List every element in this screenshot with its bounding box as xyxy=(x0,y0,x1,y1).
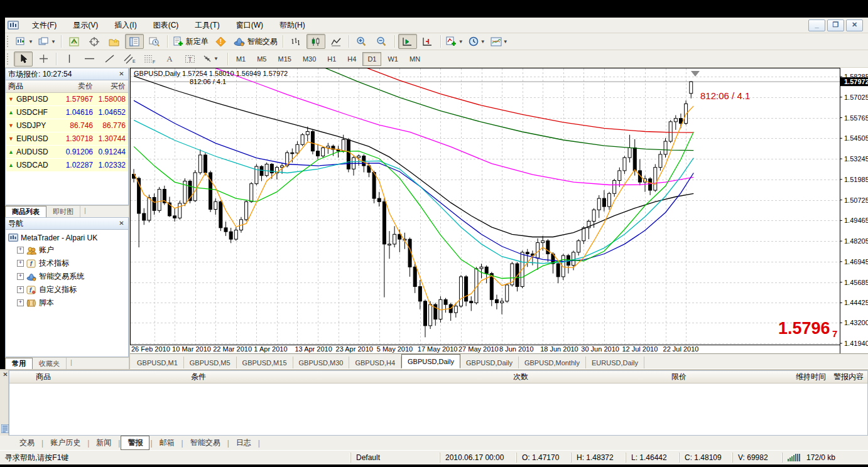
market-watch-column-0[interactable]: 商品 xyxy=(6,81,61,92)
market-watch-row-usdchf[interactable]: ▲USDCHF1.046161.04652 xyxy=(6,106,128,119)
market-watch-row-eurusd[interactable]: ▼EURUSD1.307181.30744 xyxy=(6,132,128,146)
strategy-tester-button[interactable] xyxy=(145,34,164,49)
equidistant-channel-button[interactable]: E xyxy=(120,51,139,67)
market-watch-row-usdcad[interactable]: ▲USDCAD1.022871.02332 xyxy=(6,159,128,172)
chart-tab-4[interactable]: GBPUSD,H4 xyxy=(349,357,401,368)
periods-button[interactable]: ▼ xyxy=(467,34,487,49)
navigator-item-0[interactable]: +账户 xyxy=(8,244,128,257)
expand-plus-icon[interactable]: + xyxy=(17,247,24,254)
restore-button[interactable]: ❐ xyxy=(827,19,844,31)
alerts-column-5[interactable]: 警报内容 xyxy=(830,372,867,382)
expert-advisors-button[interactable]: 智能交易 xyxy=(232,34,279,49)
chart-tab-0[interactable]: GBPUSD,M1 xyxy=(131,357,184,368)
zoom-in-button[interactable] xyxy=(352,34,371,49)
chart-tab-8[interactable]: EURUSD,Daily xyxy=(586,357,644,368)
templates-button[interactable]: ▼ xyxy=(489,34,510,49)
profiles-button[interactable]: ▼ xyxy=(36,34,58,49)
timeframe-button-mn[interactable]: MN xyxy=(404,52,425,66)
status-profile[interactable]: Default xyxy=(350,453,440,463)
market-watch-row-audusd[interactable]: ▲AUDUSD0.912060.91244 xyxy=(6,146,128,159)
zoom-out-button[interactable] xyxy=(372,34,391,49)
timeframe-button-h4[interactable]: H4 xyxy=(342,52,361,66)
chart-tab-7[interactable]: GBPUSD,Monthly xyxy=(519,357,586,368)
terminal-toggle-button[interactable] xyxy=(125,34,144,49)
vertical-line-button[interactable] xyxy=(60,51,79,67)
chart-tab-2[interactable]: GBPUSD,M15 xyxy=(237,357,293,368)
menu-item-6[interactable]: 帮助(H) xyxy=(271,19,313,32)
navigator-item-1[interactable]: +f技术指标 xyxy=(8,257,128,270)
toolbar-grip[interactable] xyxy=(7,36,11,47)
alerts-column-4[interactable]: 维持时间 xyxy=(690,372,830,382)
alerts-column-0[interactable]: 商品 xyxy=(9,372,187,382)
navigator-item-2[interactable]: +智能交易系统 xyxy=(8,270,128,283)
chart-shift-button[interactable] xyxy=(418,34,437,49)
terminal-tab-6[interactable]: 日志 xyxy=(230,436,258,449)
market-watch-toggle-button[interactable] xyxy=(65,34,84,49)
line-chart-button[interactable] xyxy=(327,34,345,49)
market-watch-tab[interactable]: 商品列表 xyxy=(5,206,46,217)
timeframe-button-d1[interactable]: D1 xyxy=(362,52,381,66)
minimize-button[interactable]: _ xyxy=(808,19,825,31)
fibonacci-button[interactable]: F xyxy=(140,51,159,67)
expand-plus-icon[interactable]: + xyxy=(17,299,24,306)
metaquotes-alert-button[interactable]: ! xyxy=(212,34,231,49)
navigator-tab[interactable]: 常用 xyxy=(5,358,33,369)
terminal-tab-5[interactable]: 智能交易 xyxy=(184,436,227,449)
chart-window[interactable]: 1.582851.570251.557651.545051.532451.519… xyxy=(130,68,868,369)
expand-plus-icon[interactable]: + xyxy=(17,273,24,280)
menu-item-2[interactable]: 插入(I) xyxy=(106,19,144,32)
toolbar-grip[interactable] xyxy=(7,53,11,65)
market-watch-row-usdjpy[interactable]: ▼USDJPY86.74686.776 xyxy=(6,119,128,132)
chart-tab-5[interactable]: GBPUSD,Daily xyxy=(401,354,460,368)
close-button[interactable]: ✕ xyxy=(846,19,863,31)
alerts-column-1[interactable]: 条件 xyxy=(187,372,487,382)
cursor-button[interactable] xyxy=(14,51,33,67)
chart-tab-6[interactable]: GBPUSD,Daily xyxy=(460,357,519,368)
navigator-toggle-button[interactable] xyxy=(105,34,124,49)
alerts-column-3[interactable]: 限价 xyxy=(532,372,690,382)
close-icon[interactable]: ✕ xyxy=(1,371,9,379)
menu-item-1[interactable]: 显示(V) xyxy=(65,19,106,32)
trendline-button[interactable] xyxy=(100,51,119,67)
auto-scroll-button[interactable] xyxy=(398,34,417,49)
new-order-button[interactable]: 新定单 xyxy=(171,34,210,49)
arrows-button[interactable]: ▼ xyxy=(200,51,220,67)
timeframe-button-m1[interactable]: M1 xyxy=(231,52,251,66)
terminal-tab-1[interactable]: 账户历史 xyxy=(44,436,87,449)
terminal-tab-2[interactable]: 新闻 xyxy=(90,436,117,449)
navigator-tab[interactable]: 收藏夹 xyxy=(33,358,67,369)
timeframe-button-w1[interactable]: W1 xyxy=(382,52,403,66)
bar-chart-button[interactable] xyxy=(286,34,305,49)
indicators-button[interactable]: ▼ xyxy=(444,34,465,49)
close-icon[interactable]: ✕ xyxy=(117,70,126,79)
timeframe-button-m15[interactable]: M15 xyxy=(273,52,296,66)
navigator-item-3[interactable]: +f自定义指标 xyxy=(8,283,128,296)
menu-item-4[interactable]: 工具(T) xyxy=(187,19,227,32)
market-watch-column-2[interactable]: 买价 xyxy=(95,81,128,92)
expand-plus-icon[interactable]: + xyxy=(17,260,24,267)
data-window-button[interactable] xyxy=(85,34,104,49)
terminal-tab-0[interactable]: 交易 xyxy=(13,436,41,449)
alerts-empty-area[interactable] xyxy=(9,384,867,435)
text-tool-button[interactable]: A xyxy=(160,51,179,67)
alerts-column-2[interactable]: 次数 xyxy=(487,372,532,382)
new-chart-button[interactable]: ▼ xyxy=(14,34,35,49)
terminal-tab-4[interactable]: 邮箱 xyxy=(153,436,181,449)
text-label-button[interactable]: T xyxy=(180,51,199,67)
timeframe-button-m30[interactable]: M30 xyxy=(298,52,321,66)
navigator-item-4[interactable]: +脚本 xyxy=(8,296,128,309)
timeframe-button-m5[interactable]: M5 xyxy=(252,52,271,66)
market-watch-column-1[interactable]: 卖价 xyxy=(61,81,95,92)
menu-item-5[interactable]: 窗口(W) xyxy=(228,19,271,32)
market-watch-row-gbpusd[interactable]: ▼GBPUSD1.579671.58008 xyxy=(6,93,128,106)
crosshair-tool-button[interactable] xyxy=(34,51,53,67)
chart-tab-3[interactable]: GBPUSD,M30 xyxy=(293,357,350,368)
timeframe-button-h1[interactable]: H1 xyxy=(322,52,341,66)
menu-item-3[interactable]: 图表(C) xyxy=(145,19,187,32)
expand-plus-icon[interactable]: + xyxy=(17,286,24,293)
candlestick-chart-button[interactable] xyxy=(307,34,325,49)
market-watch-tab[interactable]: 即时图 xyxy=(46,206,80,217)
chart-tab-1[interactable]: GBPUSD,M5 xyxy=(184,357,237,368)
price-chart[interactable]: 1.582851.570251.557651.545051.532451.519… xyxy=(130,68,868,353)
navigator-root[interactable]: MetaTrader - Alpari UK xyxy=(8,232,128,244)
